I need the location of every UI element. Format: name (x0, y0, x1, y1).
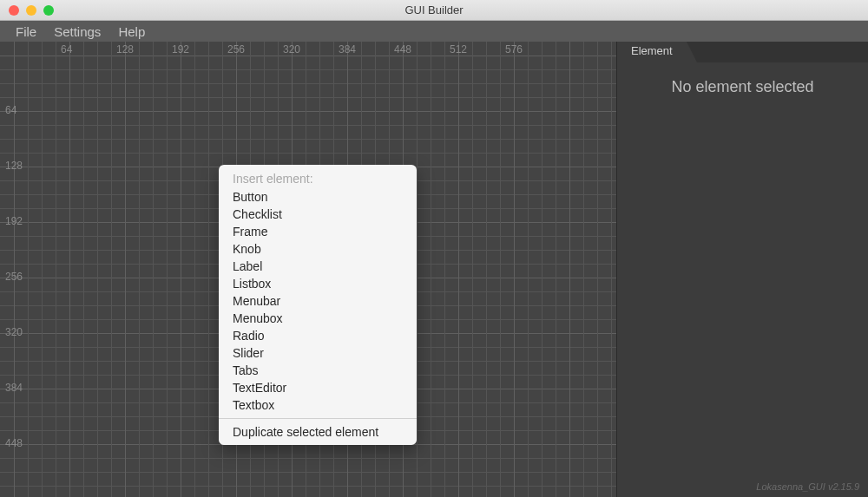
cm-item-tabs[interactable]: Tabs (219, 362, 417, 379)
grid-line (97, 42, 98, 497)
grid-line (153, 42, 154, 497)
ruler-v-label: 320 (5, 326, 23, 338)
cm-item-texteditor[interactable]: TextEditor (219, 379, 417, 396)
ruler-v-label: 64 (5, 104, 16, 116)
grid-line (514, 42, 515, 497)
grid-line (208, 42, 209, 497)
grid-line (0, 97, 616, 98)
grid-line (0, 69, 616, 70)
grid-line (83, 42, 84, 497)
menu-settings[interactable]: Settings (45, 24, 109, 39)
grid-line (431, 42, 431, 497)
panel-tab-element[interactable]: Element (617, 42, 687, 62)
grid-line (0, 111, 616, 112)
cm-item-textbox[interactable]: Textbox (219, 396, 417, 414)
cm-item-button[interactable]: Button (219, 188, 417, 206)
traffic-lights (9, 5, 54, 16)
cm-item-checklist[interactable]: Checklist (219, 206, 417, 223)
grid-line (417, 42, 418, 497)
grid-line (0, 83, 616, 84)
footer-credit: Lokasenna_GUI v2.15.9 (756, 481, 859, 492)
grid-line (56, 42, 56, 497)
ruler-h-label: 128 (116, 43, 134, 56)
grid-line (194, 42, 195, 497)
cm-item-label[interactable]: Label (219, 258, 417, 275)
grid-line (139, 42, 140, 497)
context-menu-separator (219, 418, 417, 419)
grid-line (444, 42, 445, 497)
grid-line (472, 42, 473, 497)
cm-item-listbox[interactable]: Listbox (219, 275, 417, 292)
grid-line (42, 42, 43, 497)
cm-item-menubox[interactable]: Menubox (219, 310, 417, 327)
ruler-h-label: 512 (450, 43, 467, 56)
ruler-h-label: 576 (505, 43, 523, 56)
grid-line (611, 42, 612, 497)
grid-line (0, 472, 616, 473)
cm-item-menubar[interactable]: Menubar (219, 292, 417, 310)
grid-line (569, 42, 570, 497)
ruler-h-label: 320 (283, 43, 300, 56)
panel-tab-row: Element (617, 42, 868, 62)
grid-line (597, 42, 598, 497)
ruler-h-label: 384 (339, 43, 356, 56)
grid-line (583, 42, 584, 497)
grid-line (167, 42, 168, 497)
context-menu: Insert element: Button Checklist Frame K… (219, 165, 417, 445)
grid-line (181, 42, 181, 497)
grid-line (500, 42, 501, 497)
cm-item-frame[interactable]: Frame (219, 223, 417, 240)
workspace: Insert element: Button Checklist Frame K… (0, 42, 868, 497)
ruler-v-label: 192 (5, 215, 23, 227)
panel-message: No element selected (617, 62, 868, 96)
grid-line (542, 42, 542, 497)
grid-line (0, 153, 616, 154)
ruler-v-label: 448 (5, 437, 23, 449)
ruler-h-label: 256 (227, 43, 245, 56)
grid-line (556, 42, 556, 497)
cm-item-duplicate[interactable]: Duplicate selected element (219, 423, 417, 441)
close-window-button[interactable] (9, 5, 19, 16)
window-titlebar: GUI Builder (0, 0, 868, 21)
grid-line (486, 42, 487, 497)
cm-item-slider[interactable]: Slider (219, 344, 417, 362)
grid-line (0, 458, 616, 459)
menu-file[interactable]: File (7, 24, 45, 39)
ruler-h-label: 448 (394, 43, 411, 56)
grid-line (125, 42, 126, 497)
canvas-area[interactable]: Insert element: Button Checklist Frame K… (0, 42, 616, 497)
cm-item-radio[interactable]: Radio (219, 327, 417, 344)
maximize-window-button[interactable] (43, 5, 54, 16)
ruler-v-label: 256 (5, 271, 23, 283)
ruler-v-label: 128 (5, 160, 23, 172)
grid-line (0, 125, 616, 126)
menu-help[interactable]: Help (109, 24, 154, 39)
grid-line (0, 139, 616, 140)
ruler-h-label: 192 (172, 43, 189, 56)
grid-line (28, 42, 29, 497)
grid-line (528, 42, 529, 497)
window-title: GUI Builder (0, 3, 868, 16)
minimize-window-button[interactable] (26, 5, 36, 16)
ruler-h-label: 64 (61, 43, 72, 56)
cm-item-knob[interactable]: Knob (219, 240, 417, 258)
grid-line (111, 42, 112, 497)
grid-line (0, 56, 616, 56)
grid-line (69, 42, 70, 497)
side-panel: Element No element selected Lokasenna_GU… (616, 42, 868, 497)
context-menu-header: Insert element: (219, 169, 417, 188)
grid-line (458, 42, 459, 497)
grid-line (0, 486, 616, 487)
menubar: File Settings Help (0, 21, 868, 42)
ruler-v-label: 384 (5, 382, 23, 394)
